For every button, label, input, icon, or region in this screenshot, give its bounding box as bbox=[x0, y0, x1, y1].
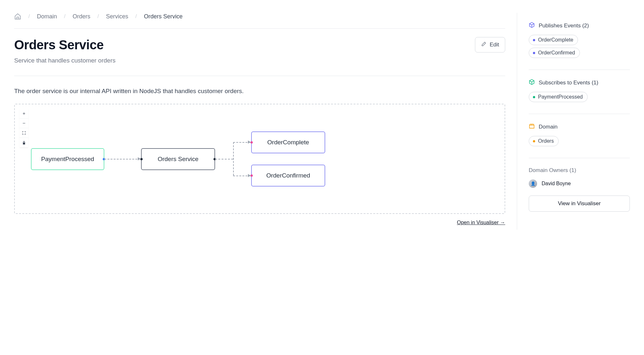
fit-view-button[interactable] bbox=[19, 128, 28, 138]
edit-button-label: Edit bbox=[490, 42, 499, 48]
domain-pill-orders[interactable]: Orders bbox=[529, 136, 559, 146]
diagram-controls bbox=[19, 109, 28, 148]
diagram-edge bbox=[215, 159, 233, 159]
breadcrumb-services[interactable]: Services bbox=[106, 13, 128, 20]
owner-name: David Boyne bbox=[542, 181, 571, 187]
page-title: Orders Service bbox=[14, 38, 104, 52]
diagram-node-ordercomplete[interactable]: OrderComplete bbox=[251, 131, 325, 153]
page-subtitle: Service that handles customer orders bbox=[14, 57, 505, 76]
domain-heading: Domain bbox=[529, 123, 630, 131]
event-pill-orderconfirmed[interactable]: OrderConfirmed bbox=[529, 48, 580, 58]
event-pill-ordercomplete[interactable]: OrderComplete bbox=[529, 35, 578, 45]
diagram-edge bbox=[104, 159, 140, 159]
diagram-node-service[interactable]: Orders Service bbox=[141, 148, 215, 170]
subscribes-heading: Subscribes to Events (1) bbox=[529, 79, 630, 87]
diagram-canvas[interactable]: PaymentProcessed Orders Service OrderCom… bbox=[14, 104, 505, 214]
avatar: 👤 bbox=[529, 179, 537, 188]
diagram-node-orderconfirmed[interactable]: OrderConfirmed bbox=[251, 165, 325, 187]
sidebar: Publishes Events (2) OrderComplete Order… bbox=[517, 13, 630, 230]
publishes-heading: Publishes Events (2) bbox=[529, 22, 630, 30]
owners-heading: Domain Owners (1) bbox=[529, 167, 630, 174]
home-icon[interactable] bbox=[14, 13, 21, 20]
breadcrumb-domain[interactable]: Domain bbox=[37, 13, 57, 20]
cube-icon bbox=[529, 22, 535, 30]
zoom-out-button[interactable] bbox=[19, 119, 28, 128]
edit-button[interactable]: Edit bbox=[475, 37, 505, 53]
breadcrumb: / Domain / Orders / Services / Orders Se… bbox=[14, 13, 505, 29]
cube-icon bbox=[529, 79, 535, 87]
breadcrumb-current[interactable]: Orders Service bbox=[144, 13, 183, 20]
box-icon bbox=[529, 123, 535, 131]
zoom-in-button[interactable] bbox=[19, 109, 28, 119]
breadcrumb-orders[interactable]: Orders bbox=[73, 13, 90, 20]
view-in-visualiser-button[interactable]: View in Visualiser bbox=[529, 196, 630, 212]
diagram-node-paymentprocessed[interactable]: PaymentProcessed bbox=[31, 148, 104, 170]
owner-row[interactable]: 👤 David Boyne bbox=[529, 179, 630, 188]
open-in-visualiser-link[interactable]: Open in Visualiser → bbox=[457, 220, 505, 225]
lock-button[interactable] bbox=[19, 138, 28, 148]
pencil-icon bbox=[481, 41, 487, 48]
event-pill-paymentprocessed[interactable]: PaymentProcessed bbox=[529, 92, 588, 102]
description-text: The order service is our internal API wr… bbox=[14, 88, 505, 95]
